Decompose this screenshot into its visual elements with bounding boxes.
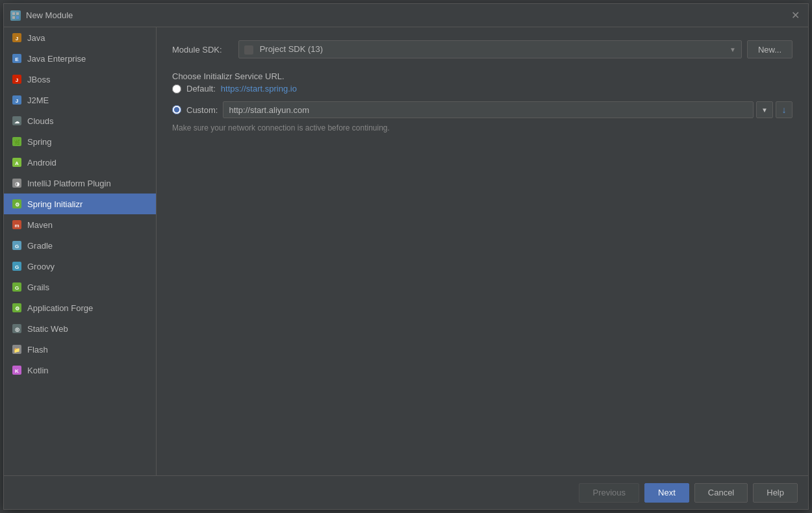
svg-text:G: G — [15, 244, 19, 249]
android-icon: A — [12, 157, 22, 168]
default-url-link[interactable]: https://start.spring.io — [221, 84, 297, 94]
svg-rect-3 — [16, 16, 19, 19]
sidebar-item-spring-initializr[interactable]: ⚙Spring Initializr — [4, 194, 156, 214]
svg-text:G: G — [15, 264, 19, 270]
flash-label: Flash — [27, 345, 48, 355]
jboss-icon: J — [12, 74, 22, 84]
intellij-platform-plugin-label: IntelliJ Platform Plugin — [27, 179, 111, 188]
kotlin-label: Kotlin — [27, 366, 49, 375]
sidebar-item-java[interactable]: JJava — [4, 27, 156, 48]
sidebar-item-intellij-platform-plugin[interactable]: ◑IntelliJ Platform Plugin — [4, 173, 156, 194]
svg-text:J: J — [16, 77, 18, 83]
custom-url-wrapper: ▼ ↓ — [223, 101, 793, 118]
svg-text:⚙: ⚙ — [15, 306, 19, 312]
cancel-button[interactable]: Cancel — [694, 483, 748, 503]
custom-radio-input[interactable] — [172, 105, 181, 114]
dialog-icon — [10, 10, 21, 21]
java-enterprise-label: Java Enterprise — [27, 54, 86, 64]
clouds-icon: ☁ — [12, 116, 22, 126]
previous-button[interactable]: Previous — [579, 483, 639, 503]
sidebar-item-application-forge[interactable]: ⚙Application Forge — [4, 297, 156, 318]
new-module-dialog: New Module ✕ JJavaEJava EnterpriseJJBoss… — [3, 3, 809, 510]
svg-rect-2 — [12, 16, 15, 19]
maven-label: Maven — [27, 220, 53, 230]
sidebar-item-grails[interactable]: GGrails — [4, 277, 156, 297]
sdk-dropdown-wrapper: Project SDK (13) ▼ New... — [238, 40, 793, 58]
grails-label: Grails — [27, 282, 49, 292]
java-label: Java — [27, 33, 45, 43]
svg-text:E: E — [15, 56, 19, 62]
custom-url-input[interactable] — [223, 101, 754, 118]
groovy-label: Groovy — [27, 262, 55, 271]
main-content: JJavaEJava EnterpriseJJBossJJ2ME☁Clouds🌿… — [4, 27, 808, 475]
sidebar-item-j2me[interactable]: JJ2ME — [4, 90, 156, 110]
new-sdk-button[interactable]: New... — [747, 40, 793, 58]
j2me-label: J2ME — [27, 95, 49, 105]
svg-text:📁: 📁 — [14, 347, 20, 353]
next-button[interactable]: Next — [644, 483, 689, 503]
sdk-dropdown-arrow-icon: ▼ — [730, 46, 736, 53]
default-radio-input[interactable] — [172, 84, 181, 94]
custom-url-verify-button[interactable]: ↓ — [776, 101, 793, 118]
svg-text:K: K — [15, 368, 19, 374]
gradle-label: Gradle — [27, 241, 53, 251]
kotlin-icon: K — [12, 365, 22, 375]
sidebar-item-flash[interactable]: 📁Flash — [4, 339, 156, 360]
svg-text:☁: ☁ — [14, 119, 19, 125]
flash-icon: 📁 — [12, 344, 22, 355]
hint-text: Make sure your network connection is act… — [172, 123, 793, 132]
close-button[interactable]: ✕ — [789, 9, 802, 22]
sdk-row: Module SDK: Project SDK (13) ▼ New... — [172, 40, 793, 58]
sidebar-item-clouds[interactable]: ☁Clouds — [4, 110, 156, 131]
default-radio-row: Default: https://start.spring.io — [172, 84, 793, 94]
sdk-label: Module SDK: — [172, 45, 231, 55]
j2me-icon: J — [12, 95, 22, 105]
content-area: Module SDK: Project SDK (13) ▼ New... Ch… — [157, 27, 808, 475]
svg-text:🌿: 🌿 — [14, 139, 20, 145]
sidebar-item-android[interactable]: AAndroid — [4, 152, 156, 173]
sidebar-item-jboss[interactable]: JJBoss — [4, 69, 156, 90]
intellij-platform-plugin-icon: ◑ — [12, 178, 22, 188]
sidebar-item-java-enterprise[interactable]: EJava Enterprise — [4, 48, 156, 69]
svg-rect-1 — [16, 12, 19, 15]
help-button[interactable]: Help — [753, 483, 798, 503]
default-radio-label: Default: — [186, 84, 216, 94]
java-icon: J — [12, 32, 22, 43]
sidebar-item-spring[interactable]: 🌿Spring — [4, 131, 156, 152]
android-label: Android — [27, 158, 57, 168]
svg-text:⚙: ⚙ — [15, 202, 19, 208]
svg-text:J: J — [16, 98, 18, 104]
sidebar-item-static-web[interactable]: ◎Static Web — [4, 318, 156, 339]
application-forge-label: Application Forge — [27, 303, 93, 313]
titlebar-left: New Module — [10, 10, 73, 21]
dialog-title: New Module — [26, 10, 73, 20]
java-enterprise-icon: E — [12, 53, 22, 64]
sidebar-item-kotlin[interactable]: KKotlin — [4, 360, 156, 381]
jboss-label: JBoss — [27, 75, 50, 84]
spring-icon: 🌿 — [12, 136, 22, 147]
maven-icon: m — [12, 219, 22, 230]
sdk-dropdown-value: Project SDK (13) — [244, 44, 323, 55]
sidebar: JJavaEJava EnterpriseJJBossJJ2ME☁Clouds🌿… — [4, 27, 157, 475]
svg-text:A: A — [15, 160, 19, 166]
groovy-icon: G — [12, 261, 22, 271]
sdk-dropdown[interactable]: Project SDK (13) ▼ — [238, 40, 742, 58]
spring-initializr-icon: ⚙ — [12, 199, 22, 209]
spring-label: Spring — [27, 137, 52, 147]
clouds-label: Clouds — [27, 116, 53, 126]
custom-url-dropdown-button[interactable]: ▼ — [756, 101, 773, 118]
svg-text:◑: ◑ — [15, 181, 19, 187]
sidebar-item-gradle[interactable]: GGradle — [4, 235, 156, 256]
svg-text:G: G — [15, 285, 19, 291]
gradle-icon: G — [12, 240, 22, 251]
static-web-label: Static Web — [27, 324, 68, 334]
grails-icon: G — [12, 282, 22, 292]
svg-rect-0 — [12, 12, 15, 15]
radio-group: Default: https://start.spring.io Custom:… — [172, 84, 793, 118]
svg-text:m: m — [14, 223, 19, 229]
custom-radio-row: Custom: ▼ ↓ — [172, 101, 793, 118]
svg-text:J: J — [16, 36, 18, 42]
sidebar-item-maven[interactable]: mMaven — [4, 214, 156, 235]
spring-initializr-label: Spring Initializr — [27, 199, 82, 209]
sidebar-item-groovy[interactable]: GGroovy — [4, 256, 156, 277]
